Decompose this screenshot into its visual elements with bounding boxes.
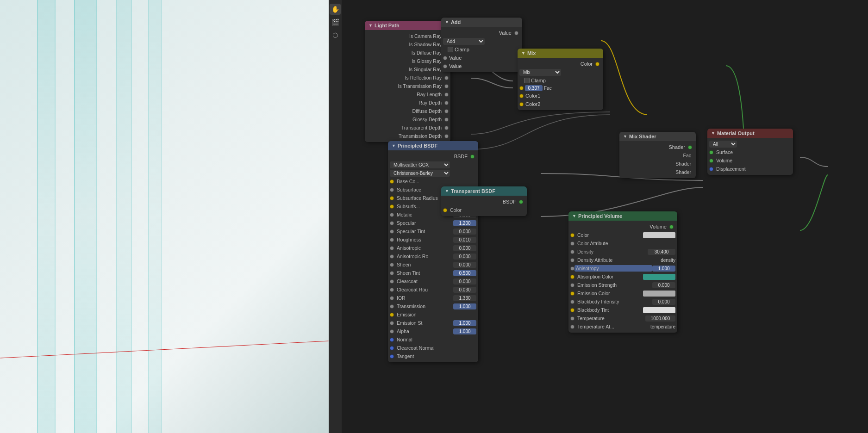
reflection-ray-label: Is Reflection Ray (367, 75, 444, 80)
toolbar: ✋ 🎬 ⬡ (329, 0, 342, 433)
material-output-collapse[interactable]: ▼ (711, 131, 715, 136)
mix-collapse[interactable]: ▼ (521, 51, 525, 56)
pvol-body: Volume Color Color Attribute Density Den… (568, 221, 677, 333)
tbsdf-header[interactable]: ▼ Transparent BSDF (441, 186, 527, 196)
anisotropic-ro-label: Anisotropic Ro (394, 254, 453, 259)
distribution-select[interactable]: Multiscatter GGX (390, 161, 450, 168)
material-output-node: ▼ Material Output All Surface Volume Dis… (707, 129, 793, 175)
target-select[interactable]: All (709, 141, 737, 148)
pvol-blackbody-tint-label: Blackbody Tint (575, 307, 643, 313)
mix-output-socket (595, 62, 599, 66)
mix-shader-output-socket (688, 145, 692, 149)
pvol-density-value[interactable] (648, 249, 675, 255)
pvol-anisotropy-value[interactable] (652, 266, 675, 272)
anisotropic-value[interactable] (453, 245, 476, 251)
anisotropic-ro-socket (390, 254, 394, 259)
fac-label: Fac (544, 86, 552, 91)
diffuse-ray-row: Is Diffuse Ray (365, 49, 450, 57)
pvol-temperature-row: Temperature (568, 314, 677, 322)
pvol-blackbody-tint-swatch[interactable] (643, 307, 675, 313)
pvol-color-socket (570, 233, 575, 237)
mix-shader-header[interactable]: ▼ Mix Shader (619, 132, 696, 141)
clearcoat-normal-row: Clearcoat Normal (388, 344, 478, 352)
base-color-swatch[interactable] (451, 179, 476, 185)
pvol-density-socket (570, 250, 575, 254)
pvol-emission-color-swatch[interactable] (643, 291, 675, 297)
color2-swatch[interactable] (576, 101, 599, 107)
material-output-header[interactable]: ▼ Material Output (707, 129, 793, 138)
tbsdf-collapse[interactable]: ▼ (445, 189, 449, 193)
anisotropic-ro-value[interactable] (453, 254, 476, 260)
emission-socket (390, 313, 394, 317)
clearcoat-rou-value[interactable] (453, 287, 476, 293)
clearcoat-rou-row: Clearcoat Rou (388, 285, 478, 294)
pvol-header[interactable]: ▼ Principled Volume (568, 211, 677, 221)
normal-socket (390, 338, 394, 342)
pvol-blackbody-intensity-value[interactable] (652, 299, 675, 305)
color1-socket (519, 94, 524, 98)
roughness-row: Roughness (388, 235, 478, 244)
specular-tint-value[interactable] (453, 229, 476, 235)
glossy-ray-row: Is Glossy Ray (365, 57, 450, 65)
camera-icon[interactable]: 🎬 (330, 17, 341, 28)
volume-row: Volume (707, 156, 793, 165)
reflection-ray-row: Is Reflection Ray (365, 74, 450, 82)
camera-ray-label: Is Camera Ray (367, 33, 444, 39)
glossy-ray-label: Is Glossy Ray (367, 58, 444, 64)
light-path-header[interactable]: ▼ Light Path (365, 21, 450, 30)
clearcoat-value[interactable] (453, 278, 476, 285)
pbsdf-header[interactable]: ▼ Principled BSDF (388, 141, 478, 150)
transmission-label: Transmission (394, 303, 453, 309)
diffuse-depth-row: Diffuse Depth (365, 107, 450, 115)
emission-label: Emission (394, 312, 451, 317)
pvol-anisotropy-socket (570, 266, 575, 271)
tangent-label: Tangent (394, 353, 476, 359)
collapse-arrow[interactable]: ▼ (368, 23, 373, 28)
ior-value[interactable] (453, 295, 476, 301)
fac-value[interactable] (525, 85, 543, 91)
pvol-output-label: Volume (649, 224, 667, 229)
add-collapse[interactable]: ▼ (445, 20, 449, 25)
pvol-emission-strength-value[interactable] (652, 282, 675, 288)
subsurface-method-select[interactable]: Christensen-Burley (390, 170, 450, 177)
pvol-temperature-value[interactable] (645, 315, 675, 322)
alpha-value[interactable] (453, 328, 476, 334)
pvol-absorption-swatch[interactable] (643, 274, 675, 280)
specular-value[interactable] (453, 220, 476, 226)
subsurface-method-row: Christensen-Burley (388, 169, 478, 177)
sheen-tint-value[interactable] (453, 270, 476, 276)
pvol-collapse[interactable]: ▼ (572, 214, 576, 218)
transmission-ray-socket (444, 84, 449, 88)
anisotropic-socket (390, 246, 394, 250)
pbsdf-collapse[interactable]: ▼ (392, 143, 396, 148)
clamp-checkbox[interactable] (448, 47, 453, 52)
node-editor: ▼ Light Path Is Camera Ray Is Shadow Ray… (342, 0, 868, 433)
pvol-temperature-attr-socket (570, 325, 575, 329)
anisotropic-label: Anisotropic (394, 245, 453, 251)
tbsdf-color-swatch[interactable] (500, 207, 525, 213)
hand-tool-icon[interactable]: ✋ (330, 4, 341, 15)
emission-st-value[interactable] (453, 320, 476, 326)
displacement-socket (709, 167, 713, 171)
add-header[interactable]: ▼ Add (441, 18, 522, 27)
pvol-color-row: Color (568, 231, 677, 239)
color2-row: Color2 (518, 100, 603, 108)
pvol-temperature-attr-label: Temperature At... (575, 324, 650, 329)
mix-shader-collapse[interactable]: ▼ (623, 134, 627, 139)
pvol-temperature-attr-row: Temperature At... temperature (568, 322, 677, 331)
transmission-value[interactable] (453, 303, 476, 309)
mix-operation-select[interactable]: Mix (519, 69, 561, 76)
pvol-color-swatch[interactable] (643, 232, 675, 238)
sheen-label: Sheen (394, 262, 453, 267)
grid-icon[interactable]: ⬡ (330, 30, 341, 41)
pvol-blackbody-tint-row: Blackbody Tint (568, 306, 677, 314)
pvol-color-attr-label: Color Attribute (575, 241, 675, 246)
add-operation-select[interactable]: Add (443, 38, 485, 45)
add-value1-row: Value (441, 54, 522, 62)
mix-clamp-checkbox[interactable] (524, 78, 530, 83)
color1-label: Color1 (525, 93, 540, 99)
emission-swatch[interactable] (451, 312, 476, 318)
mix-header[interactable]: ▼ Mix (518, 49, 603, 58)
sheen-value[interactable] (453, 262, 476, 268)
roughness-value[interactable] (453, 237, 476, 243)
